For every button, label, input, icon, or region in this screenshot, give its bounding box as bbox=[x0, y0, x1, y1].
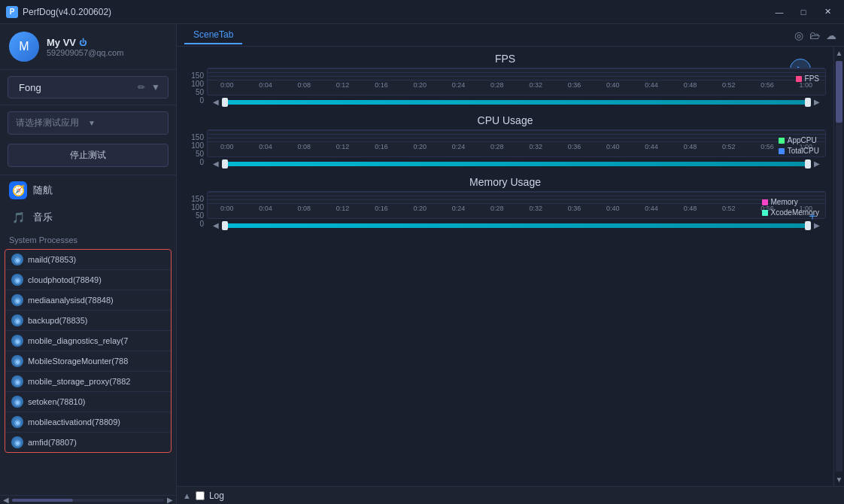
app-selector-label: 请选择测试应用 bbox=[16, 117, 88, 129]
app-list: 🧭 随航 🎵 音乐 System Processes maild(78853) … bbox=[0, 173, 176, 495]
slider-fill bbox=[222, 162, 811, 166]
log-expand-icon[interactable]: ▲ bbox=[183, 491, 191, 500]
legend-item-fps: FPS bbox=[796, 74, 819, 83]
grid-line bbox=[208, 68, 825, 69]
edit-icon[interactable]: ✏ bbox=[136, 80, 147, 94]
app-selector[interactable]: 请选择测试应用 ▼ bbox=[8, 111, 168, 135]
list-item[interactable]: cloudphotod(78849) bbox=[5, 270, 171, 290]
memory-y-axis: 150 100 50 0 bbox=[184, 191, 207, 232]
process-icon bbox=[11, 314, 23, 326]
scene-tabbar: SceneTab ◎ 🗁 ☁ bbox=[177, 24, 844, 47]
cpu-chart-title: CPU Usage bbox=[184, 114, 826, 126]
app-item-suihang[interactable]: 🧭 随航 bbox=[0, 177, 176, 204]
cpu-legend: AppCPU TotalCPU bbox=[779, 136, 819, 157]
dropdown-icon[interactable]: ▼ bbox=[150, 80, 162, 94]
process-name: mobile_diagnostics_relay(7 bbox=[28, 336, 128, 345]
process-name: MobileStorageMounter(788 bbox=[28, 357, 128, 366]
sidebar-horizontal-scrollbar: ◀ ▶ bbox=[0, 495, 176, 504]
close-button[interactable]: ✕ bbox=[817, 5, 838, 20]
legend-dot-fps bbox=[796, 76, 802, 82]
list-item[interactable]: setoken(78810) bbox=[5, 392, 171, 412]
legend-dot-xcode bbox=[762, 210, 768, 216]
process-list: maild(78853) cloudphotod(78849) mediaana… bbox=[5, 249, 172, 453]
list-item[interactable]: backupd(78835) bbox=[5, 311, 171, 331]
device-selector[interactable]: Fong ✏ ▼ bbox=[8, 76, 168, 99]
cpu-grid bbox=[208, 130, 825, 141]
minimize-button[interactable]: — bbox=[769, 5, 790, 20]
process-icon bbox=[11, 335, 23, 347]
slider-left-arrow[interactable]: ◀ bbox=[213, 159, 219, 168]
fps-y-axis: 150 100 50 0 bbox=[184, 68, 207, 108]
process-name: amfid(78807) bbox=[28, 438, 77, 447]
slider-right-arrow[interactable]: ▶ bbox=[814, 159, 820, 168]
scroll-right-icon[interactable]: ▶ bbox=[167, 496, 173, 504]
list-item[interactable]: mediaanalysisd(78848) bbox=[5, 290, 171, 311]
slider-handle-right[interactable] bbox=[805, 159, 811, 169]
username: My VV ⏻ bbox=[47, 37, 167, 48]
suihang-label: 随航 bbox=[33, 184, 53, 197]
slider-left-arrow[interactable]: ◀ bbox=[213, 221, 219, 229]
process-icon bbox=[11, 396, 23, 408]
memory-x-axis: 0:00 0:04 0:08 0:12 0:16 0:20 0:24 0:28 … bbox=[208, 203, 825, 218]
slider-left-arrow[interactable]: ◀ bbox=[213, 98, 219, 106]
scroll-track[interactable] bbox=[12, 499, 164, 502]
scroll-up-button[interactable]: ▲ bbox=[834, 47, 844, 59]
list-item[interactable]: mobile_storage_proxy(7882 bbox=[5, 372, 171, 392]
list-item[interactable]: amfid(78807) bbox=[5, 433, 171, 452]
slider-track[interactable] bbox=[222, 223, 811, 228]
memory-chart-container: Memory Usage 150 100 50 0 bbox=[184, 176, 826, 232]
list-item[interactable]: maild(78853) bbox=[5, 250, 171, 270]
device-section: Fong ✏ ▼ bbox=[0, 70, 176, 105]
slider-handle-right[interactable] bbox=[805, 98, 811, 107]
slider-right-arrow[interactable]: ▶ bbox=[814, 98, 820, 106]
stop-test-button[interactable]: 停止测试 bbox=[8, 144, 168, 167]
device-actions: ✏ ▼ bbox=[136, 80, 162, 94]
legend-item-memory: Memory bbox=[762, 198, 819, 206]
process-name: setoken(78810) bbox=[28, 397, 85, 406]
cpu-time-slider[interactable]: ◀ ▶ bbox=[207, 157, 826, 170]
window-controls: — □ ✕ bbox=[769, 5, 838, 20]
scene-tab[interactable]: SceneTab bbox=[184, 26, 242, 44]
location-icon[interactable]: ◎ bbox=[794, 29, 803, 41]
log-bar: ▲ Log bbox=[177, 486, 844, 504]
scroll-down-button[interactable]: ▼ bbox=[834, 473, 844, 486]
charts-area: ▶ FPS 150 100 50 0 bbox=[177, 47, 844, 486]
slider-handle-left[interactable] bbox=[222, 221, 228, 230]
process-icon bbox=[11, 294, 23, 306]
process-name: mediaanalysisd(78848) bbox=[28, 296, 114, 305]
scroll-left-icon[interactable]: ◀ bbox=[3, 496, 9, 504]
folder-icon[interactable]: 🗁 bbox=[809, 29, 820, 41]
fps-chart-title: FPS bbox=[184, 53, 826, 65]
process-name: backupd(78835) bbox=[28, 316, 88, 325]
power-icon: ⏻ bbox=[79, 38, 87, 47]
add-chart-icon[interactable]: ＋ bbox=[806, 208, 818, 224]
scroll-track[interactable] bbox=[836, 61, 842, 472]
content-area: SceneTab ◎ 🗁 ☁ ▶ FPS 150 100 bbox=[177, 24, 844, 504]
process-icon bbox=[11, 274, 23, 286]
memory-time-slider[interactable]: ◀ ▶ bbox=[207, 219, 826, 232]
device-name: Fong bbox=[14, 82, 136, 93]
slider-handle-left[interactable] bbox=[222, 98, 228, 107]
slider-track[interactable] bbox=[222, 100, 811, 105]
charts-scroll[interactable]: ▶ FPS 150 100 50 0 bbox=[177, 47, 833, 486]
slider-track[interactable] bbox=[222, 162, 811, 166]
legend-dot-totalcpu bbox=[779, 148, 785, 154]
legend-item-appcpu: AppCPU bbox=[779, 136, 819, 144]
fps-x-axis: 0:00 0:04 0:08 0:12 0:16 0:20 0:24 0:28 … bbox=[208, 80, 825, 95]
user-info: My VV ⏻ 592909057@qq.com bbox=[47, 37, 167, 57]
list-item[interactable]: mobile_diagnostics_relay(7 bbox=[5, 331, 171, 351]
list-item[interactable]: MobileStorageMounter(788 bbox=[5, 351, 171, 372]
log-checkbox[interactable] bbox=[196, 491, 205, 500]
app-item-music[interactable]: 🎵 音乐 bbox=[0, 204, 176, 231]
main-layout: M My VV ⏻ 592909057@qq.com Fong ✏ ▼ bbox=[0, 24, 844, 504]
avatar: M bbox=[9, 32, 39, 62]
fps-legend: FPS bbox=[796, 74, 819, 85]
system-processes-header: System Processes bbox=[0, 231, 176, 247]
process-name: mobile_storage_proxy(7882 bbox=[28, 377, 130, 386]
fps-time-slider[interactable]: ◀ ▶ bbox=[207, 96, 826, 108]
maximize-button[interactable]: □ bbox=[793, 5, 814, 20]
slider-handle-left[interactable] bbox=[222, 159, 228, 169]
list-item[interactable]: mobileactivationd(78809) bbox=[5, 412, 171, 433]
cloud-icon[interactable]: ☁ bbox=[826, 29, 836, 41]
app-icon: P bbox=[6, 6, 18, 18]
